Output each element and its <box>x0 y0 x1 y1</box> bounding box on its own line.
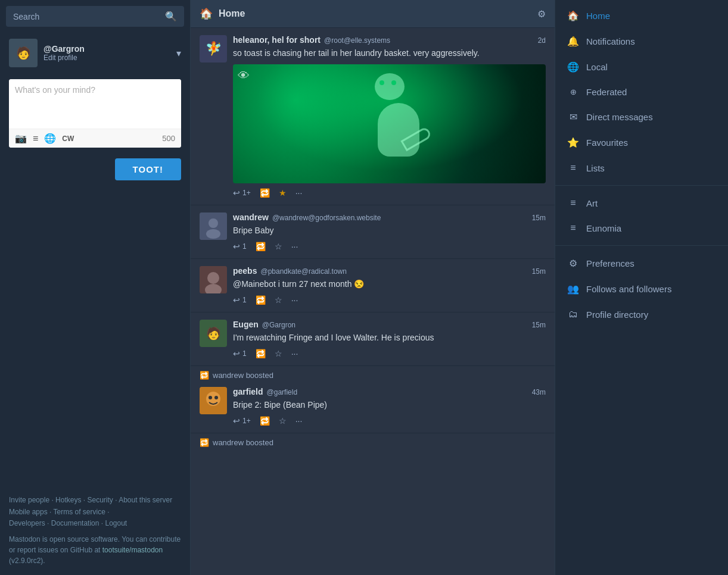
star-icon: ☆ <box>275 242 282 251</box>
edit-profile-link[interactable]: Edit profile <box>43 54 170 62</box>
mobile-apps-link[interactable]: Mobile apps <box>9 508 48 516</box>
eunomia-nav-label: Eunomia <box>586 223 621 233</box>
toot-button[interactable]: TOOT! <box>115 158 181 180</box>
profile-dropdown-icon[interactable]: ▾ <box>176 48 181 59</box>
profile-section[interactable]: 🧑 @Gargron Edit profile ▾ <box>0 33 190 73</box>
compose-textarea[interactable] <box>9 79 181 127</box>
list-icon[interactable]: ≡ <box>33 133 38 144</box>
globe-icon[interactable]: 🌐 <box>44 133 56 144</box>
follows-nav-label: Follows and followers <box>586 284 671 294</box>
sidebar-item-art[interactable]: ≡ Art <box>555 190 728 215</box>
favourite-button[interactable]: ★ <box>279 188 287 198</box>
home-nav-label: Home <box>586 11 610 21</box>
boost-button[interactable]: 🔁 <box>256 242 266 251</box>
favourite-button[interactable]: ☆ <box>279 416 287 426</box>
sidebar-item-preferences[interactable]: ⚙ Preferences <box>555 251 728 276</box>
sidebar-item-direct-messages[interactable]: ✉ Direct messages <box>555 104 728 130</box>
reply-icon: ↩ <box>233 416 240 426</box>
post-actions: ↩ 1 🔁 ☆ ··· <box>233 242 546 251</box>
sidebar-item-local[interactable]: 🌐 Local <box>555 54 728 80</box>
post-author-handle: @garfield <box>267 388 298 396</box>
sidebar-item-notifications[interactable]: 🔔 Notifications <box>555 29 728 54</box>
about-server-link[interactable]: About this server <box>119 496 172 504</box>
logout-link[interactable]: Logout <box>105 519 127 527</box>
search-bar[interactable]: 🔍 <box>6 6 184 27</box>
home-icon: 🏠 <box>200 7 213 20</box>
search-input[interactable] <box>13 12 160 21</box>
sidebar-item-favourites[interactable]: ⭐ Favourites <box>555 130 728 155</box>
post-text: I'm rewatching Fringe and I love Walter.… <box>233 332 546 344</box>
post-author-handle: @pbandkate@radical.town <box>260 267 346 276</box>
image-overlay-icon: 👁 <box>238 69 250 83</box>
art-nav-icon: ≡ <box>567 198 579 208</box>
reply-button[interactable]: ↩ 1+ <box>233 188 251 198</box>
invite-people-link[interactable]: Invite people <box>9 496 49 504</box>
developers-link[interactable]: Developers <box>9 519 45 527</box>
more-button[interactable]: ··· <box>295 416 303 426</box>
profile-directory-nav-icon: 🗂 <box>567 309 579 320</box>
more-button[interactable]: ··· <box>291 295 298 305</box>
post-image[interactable]: 👁 <box>233 64 546 183</box>
github-link[interactable]: tootsuite/mastodon <box>102 546 163 554</box>
booster-name-2: wandrew boosted <box>213 438 273 447</box>
left-sidebar: 🔍 🧑 @Gargron Edit profile ▾ 📷 ≡ 🌐 CW 500… <box>0 0 191 575</box>
cw-button[interactable]: CW <box>62 135 74 143</box>
more-icon: ··· <box>291 295 298 305</box>
post-text: so toast is chasing her tail in her laun… <box>233 47 546 60</box>
compose-box: 📷 ≡ 🌐 CW 500 <box>9 79 181 148</box>
search-icon[interactable]: 🔍 <box>165 11 177 22</box>
boost-button[interactable]: 🔁 <box>256 295 266 305</box>
sidebar-item-profile-directory[interactable]: 🗂 Profile directory <box>555 302 728 327</box>
boost-button[interactable]: 🔁 <box>260 188 270 198</box>
reply-button[interactable]: ↩ 1 <box>233 242 247 251</box>
hotkeys-link[interactable]: Hotkeys <box>55 496 81 504</box>
reply-count: 1 <box>242 349 247 358</box>
profile-directory-nav-label: Profile directory <box>586 310 648 320</box>
table-row: peebs @pbandkate@radical.town 15m @Maine… <box>191 259 555 312</box>
boost-button[interactable]: 🔁 <box>260 416 270 426</box>
reply-icon: ↩ <box>233 242 240 251</box>
terms-link[interactable]: Terms of service <box>54 508 105 516</box>
right-nav: 🏠 Home 🔔 Notifications 🌐 Local ⊕ Federat… <box>555 0 728 330</box>
reply-button[interactable]: ↩ 1 <box>233 349 247 358</box>
post-time: 15m <box>532 214 546 222</box>
more-button[interactable]: ··· <box>295 188 303 198</box>
post-content: heleanor, hel for short @root@elle.syste… <box>233 35 546 198</box>
sidebar-item-federated[interactable]: ⊕ Federated <box>555 80 728 104</box>
reply-button[interactable]: ↩ 1 <box>233 295 247 305</box>
favourite-button[interactable]: ☆ <box>275 295 282 305</box>
feed-scroll[interactable]: 🧚 heleanor, hel for short @root@elle.sys… <box>191 28 555 575</box>
reply-button[interactable]: ↩ 1+ <box>233 416 251 426</box>
reply-icon: ↩ <box>233 295 240 305</box>
boost-label-2: 🔁 wandrew boosted <box>191 433 555 447</box>
sidebar-item-home[interactable]: 🏠 Home <box>555 3 728 29</box>
feed-settings-icon[interactable]: ⚙ <box>537 8 546 20</box>
table-row: wandrew @wandrew@godforsaken.website 15m… <box>191 205 555 259</box>
sidebar-item-eunomia[interactable]: ≡ Eunomia <box>555 215 728 240</box>
compose-toolbar: 📷 ≡ 🌐 CW 500 <box>9 129 181 148</box>
sidebar-item-lists[interactable]: ≡ Lists <box>555 155 728 180</box>
post-time: 15m <box>532 267 546 276</box>
post-content: garfield @garfield 43m Bripe 2: Bipe (Be… <box>233 387 546 426</box>
avatar: 🧚 <box>200 35 227 62</box>
sidebar-item-follows-followers[interactable]: 👥 Follows and followers <box>555 276 728 302</box>
more-button[interactable]: ··· <box>291 349 298 358</box>
lists-nav-icon: ≡ <box>567 162 579 173</box>
favourite-button[interactable]: ☆ <box>275 349 282 358</box>
security-link[interactable]: Security <box>87 496 113 504</box>
favourites-nav-icon: ⭐ <box>567 137 579 148</box>
reply-count: 1+ <box>242 417 251 425</box>
image-attach-icon[interactable]: 📷 <box>15 133 27 144</box>
boost-icon: 🔁 <box>256 295 266 305</box>
post-header: peebs @pbandkate@radical.town 15m <box>233 266 546 276</box>
post-author-name: heleanor, hel for short <box>233 35 321 45</box>
boost-button[interactable]: 🔁 <box>256 349 266 358</box>
post-content: wandrew @wandrew@godforsaken.website 15m… <box>233 212 546 251</box>
documentation-link[interactable]: Documentation <box>51 519 99 527</box>
avatar <box>200 266 227 293</box>
char-count: 500 <box>162 134 175 143</box>
avatar <box>200 212 227 240</box>
boost-icon: 🔁 <box>260 416 270 426</box>
more-button[interactable]: ··· <box>291 242 298 251</box>
favourite-button[interactable]: ☆ <box>275 242 282 251</box>
